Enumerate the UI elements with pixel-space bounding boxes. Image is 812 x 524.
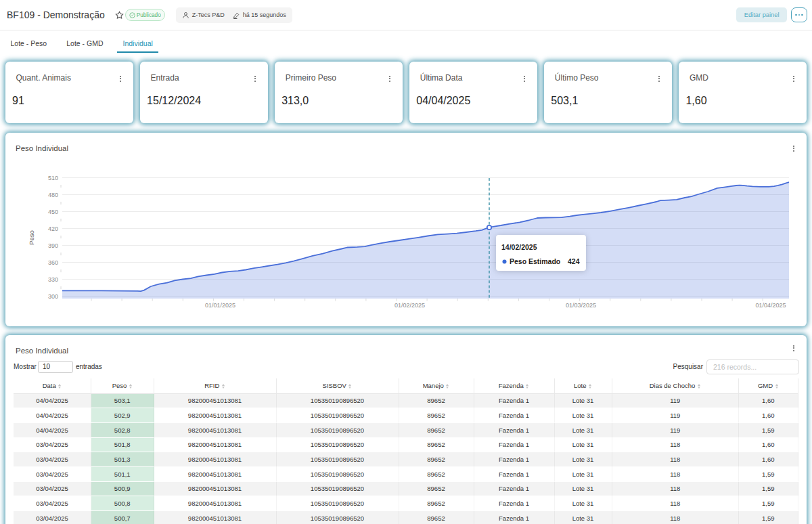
- svg-text:300: 300: [48, 292, 58, 299]
- svg-text:01/03/2025: 01/03/2025: [566, 302, 596, 309]
- svg-text:14/02/2025: 14/02/2025: [501, 243, 537, 251]
- svg-text:330: 330: [48, 276, 58, 282]
- svg-text:01/02/2025: 01/02/2025: [394, 302, 425, 309]
- svg-text:450: 450: [48, 208, 58, 215]
- svg-text:390: 390: [48, 242, 58, 248]
- svg-text:424: 424: [568, 257, 580, 265]
- svg-text:360: 360: [48, 259, 58, 265]
- svg-text:Peso Estimado: Peso Estimado: [510, 257, 560, 265]
- svg-text:510: 510: [48, 174, 58, 181]
- svg-text:420: 420: [48, 225, 58, 232]
- svg-text:Peso: Peso: [28, 230, 35, 245]
- svg-text:480: 480: [48, 191, 58, 198]
- svg-text:01/04/2025: 01/04/2025: [755, 302, 786, 309]
- svg-text:01/01/2025: 01/01/2025: [205, 302, 235, 309]
